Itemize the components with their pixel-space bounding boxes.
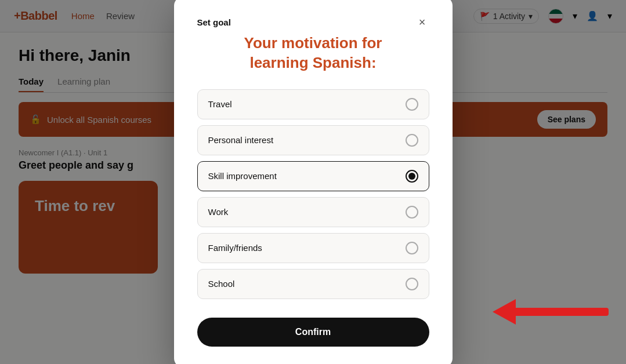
arrow-annotation <box>493 299 609 325</box>
option-travel[interactable]: Travel <box>197 89 429 119</box>
option-travel-label: Travel <box>208 99 232 109</box>
radio-school <box>406 278 418 290</box>
motivation-options: Travel Personal interest Skill improveme… <box>197 89 429 299</box>
radio-travel <box>406 98 418 111</box>
arrow-head <box>493 299 516 325</box>
radio-skill-improvement <box>406 170 418 183</box>
modal-close-button[interactable]: × <box>415 15 429 29</box>
option-skill-improvement[interactable]: Skill improvement <box>197 161 429 191</box>
option-family-friends-label: Family/friends <box>208 243 262 253</box>
modal-title: Set goal <box>197 17 231 27</box>
radio-inner-dot <box>408 173 415 180</box>
arrow-body <box>516 308 609 316</box>
modal-header: Set goal × <box>197 15 429 29</box>
option-family-friends[interactable]: Family/friends <box>197 233 429 263</box>
option-school[interactable]: School <box>197 269 429 299</box>
option-school-label: School <box>208 279 235 289</box>
option-work[interactable]: Work <box>197 197 429 227</box>
option-skill-improvement-label: Skill improvement <box>208 171 277 181</box>
radio-personal-interest <box>406 134 418 147</box>
radio-work <box>406 206 418 219</box>
confirm-button[interactable]: Confirm <box>197 318 429 347</box>
option-personal-interest[interactable]: Personal interest <box>197 125 429 155</box>
option-work-label: Work <box>208 207 229 217</box>
set-goal-modal: Set goal × Your motivation forlearning S… <box>174 0 453 364</box>
radio-family-friends <box>406 242 418 254</box>
option-personal-interest-label: Personal interest <box>208 135 274 145</box>
modal-heading: Your motivation forlearning Spanish: <box>197 34 429 73</box>
